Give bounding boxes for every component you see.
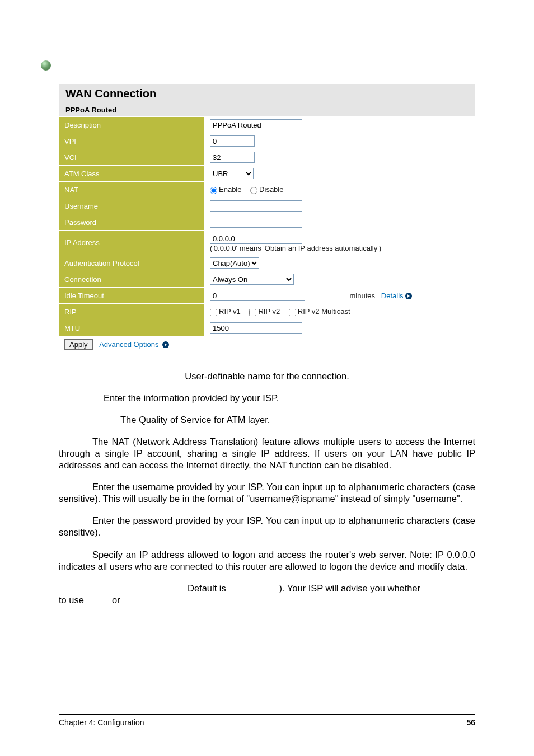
rip-v1-checkbox[interactable] xyxy=(210,309,217,316)
label-auth: Authentication Protocol xyxy=(59,255,204,271)
rip-v2-option[interactable]: RIP v2 xyxy=(249,307,280,316)
label-vci: VCI xyxy=(59,149,204,166)
row-ip: IP Address ('0.0.0.0' means 'Obtain an I… xyxy=(59,231,475,255)
nat-disable-label: Disable xyxy=(259,185,283,194)
rip-v1-label: RIP v1 xyxy=(219,307,241,316)
description-input[interactable] xyxy=(210,119,302,130)
password-input[interactable] xyxy=(210,217,302,228)
wan-connection-panel: WAN Connection PPPoA Routed Description … xyxy=(59,84,475,353)
nat-disable-radio[interactable] xyxy=(250,187,257,194)
nat-enable-option[interactable]: Enable xyxy=(210,185,241,194)
connection-select[interactable]: Always On xyxy=(210,274,294,285)
idle-unit: minutes xyxy=(349,292,375,300)
footer-divider xyxy=(59,714,475,715)
idle-timeout-input[interactable] xyxy=(210,290,305,301)
row-vpi: VPI xyxy=(59,133,475,149)
globe-icon xyxy=(41,60,51,71)
ip-input[interactable] xyxy=(210,233,302,244)
row-mtu: MTU xyxy=(59,320,475,336)
label-atm: ATM Class xyxy=(59,166,204,182)
arrow-right-icon xyxy=(162,341,170,349)
rip-v2m-label: RIP v2 Multicast xyxy=(298,307,350,316)
row-footer: Apply Advanced Options xyxy=(59,336,475,353)
rip-v2-label: RIP v2 xyxy=(258,307,280,316)
desc-p8: Default is ). Your ISP will advise you w… xyxy=(59,583,475,606)
vpi-input[interactable] xyxy=(210,135,255,147)
label-rip: RIP xyxy=(59,304,204,320)
row-auth: Authentication Protocol Chap(Auto) xyxy=(59,255,475,271)
description-block: User-definable name for the connection. … xyxy=(59,370,475,607)
ip-hint: ('0.0.0.0' means 'Obtain an IP address a… xyxy=(210,244,381,252)
nat-disable-option[interactable]: Disable xyxy=(250,185,283,194)
row-vci: VCI xyxy=(59,149,475,166)
rip-v2m-checkbox[interactable] xyxy=(289,309,296,316)
row-nat: NAT Enable Disable xyxy=(59,182,475,198)
section-title: PPPoA Routed xyxy=(59,104,475,116)
label-username: Username xyxy=(59,198,204,214)
advanced-options-link[interactable]: Advanced Options xyxy=(99,340,170,349)
label-idle: Idle Timeout xyxy=(59,288,204,304)
footer-chapter: Chapter 4: Configuration xyxy=(59,718,144,727)
row-connection: Connection Always On xyxy=(59,271,475,288)
row-idle: Idle Timeout minutes Details xyxy=(59,288,475,304)
row-password: Password xyxy=(59,214,475,231)
label-mtu: MTU xyxy=(59,320,204,336)
username-input[interactable] xyxy=(210,200,302,212)
desc-p3: The Quality of Service for ATM layer. xyxy=(59,414,475,426)
desc-p2: Enter the information provided by your I… xyxy=(59,392,475,404)
atm-class-select[interactable]: UBR xyxy=(210,168,254,179)
details-link[interactable]: Details xyxy=(381,292,413,300)
row-rip: RIP RIP v1 RIP v2 RIP v2 Multicast xyxy=(59,304,475,320)
auth-protocol-select[interactable]: Chap(Auto) xyxy=(210,257,259,269)
config-table: Description VPI VCI ATM Class xyxy=(59,116,475,353)
desc-p1: User-definable name for the connection. xyxy=(59,370,475,382)
page-number: 56 xyxy=(466,718,475,727)
label-description: Description xyxy=(59,117,204,133)
desc-p6: Enter the password provided by your ISP.… xyxy=(59,515,475,538)
row-description: Description xyxy=(59,117,475,133)
arrow-right-icon xyxy=(405,292,413,300)
desc-p7: Specify an IP address allowed to logon a… xyxy=(59,549,475,572)
label-password: Password xyxy=(59,214,204,231)
nat-enable-radio[interactable] xyxy=(210,187,217,194)
rip-v1-option[interactable]: RIP v1 xyxy=(210,307,241,316)
rip-v2-checkbox[interactable] xyxy=(249,309,256,316)
apply-button[interactable]: Apply xyxy=(64,339,93,350)
panel-title: WAN Connection xyxy=(59,84,475,104)
label-connection: Connection xyxy=(59,271,204,288)
label-vpi: VPI xyxy=(59,133,204,149)
mtu-input[interactable] xyxy=(210,322,302,334)
nat-enable-label: Enable xyxy=(219,185,241,194)
desc-p4: The NAT (Network Address Translation) fe… xyxy=(59,436,475,471)
label-ip: IP Address xyxy=(59,231,204,255)
row-username: Username xyxy=(59,198,475,214)
row-atm: ATM Class UBR xyxy=(59,166,475,182)
rip-v2m-option[interactable]: RIP v2 Multicast xyxy=(289,307,350,316)
desc-p5: Enter the username provided by your ISP.… xyxy=(59,481,475,505)
vci-input[interactable] xyxy=(210,152,255,163)
label-nat: NAT xyxy=(59,182,204,198)
